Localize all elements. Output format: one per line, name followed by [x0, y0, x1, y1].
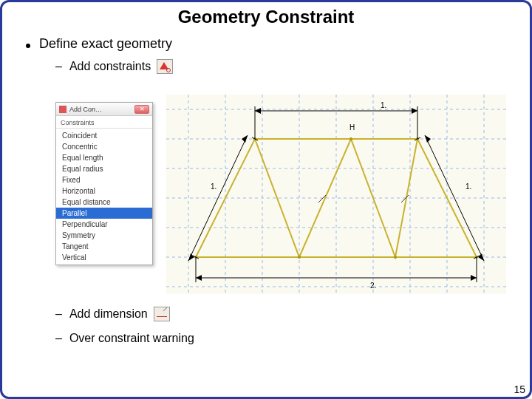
svg-marker-36 — [188, 253, 194, 261]
svg-point-20 — [394, 256, 397, 259]
constraint-item[interactable]: Equal distance — [56, 197, 152, 208]
svg-point-19 — [349, 137, 352, 140]
svg-marker-34 — [471, 275, 477, 281]
constraint-item[interactable]: Coincident — [56, 130, 152, 141]
dialog-titlebar: Add Con… ✕ — [56, 103, 152, 116]
svg-marker-42 — [478, 253, 484, 261]
dash-icon: – — [55, 307, 62, 321]
svg-marker-28 — [255, 108, 261, 114]
content-area: Define exact geometry – Add constraints — [2, 27, 530, 74]
add-constraint-icon[interactable] — [157, 59, 173, 74]
svg-marker-41 — [425, 135, 431, 143]
parallel-marks — [318, 195, 409, 202]
bullet-level2-constraints: – Add constraints — [55, 59, 516, 74]
constraint-item[interactable]: Equal length — [56, 152, 152, 163]
constraint-item[interactable]: Equal radius — [56, 163, 152, 174]
bullet-main-text: Define exact geometry — [39, 36, 172, 52]
dim-left-value: 1. — [211, 183, 216, 191]
constraint-item[interactable]: Symmetry — [56, 230, 152, 241]
bullet-level2-dimension: – Add dimension — [55, 307, 516, 321]
svg-line-24 — [401, 195, 409, 202]
constraint-item[interactable]: Fixed — [56, 174, 152, 185]
slide: Geometry Constraint Define exact geometr… — [0, 0, 532, 399]
bullet-sub3-text: Over constraint warning — [69, 332, 194, 345]
constraint-item[interactable]: Concentric — [56, 141, 152, 152]
constraint-item[interactable]: Horizontal — [56, 185, 152, 197]
svg-marker-29 — [412, 108, 417, 114]
svg-marker-33 — [196, 275, 202, 281]
svg-marker-37 — [242, 135, 248, 143]
bullet-sub1-text: Add constraints — [69, 60, 151, 73]
sketch-svg: 1. H 2. — [166, 95, 506, 294]
bullet-dot-icon — [26, 44, 30, 48]
slide-title: Geometry Constraint — [2, 7, 530, 27]
dash-icon: – — [55, 60, 62, 73]
constraint-list: CoincidentConcentricEqual lengthEqual ra… — [56, 128, 152, 265]
constraints-dialog: Add Con… ✕ Constraints CoincidentConcent… — [55, 102, 153, 265]
constraint-item[interactable]: Tangent — [56, 241, 152, 252]
bullet-sub2-text: Add dimension — [69, 307, 148, 321]
bullet-level2-warning: – Over constraint warning — [55, 332, 516, 345]
grid — [166, 95, 506, 294]
dialog-title: Add Con… — [69, 106, 134, 113]
constraint-item[interactable]: Perpendicular — [56, 219, 152, 230]
sketch-canvas: 1. H 2. — [166, 95, 506, 294]
dialog-section-label: Constraints — [56, 116, 152, 128]
dialog-close-button[interactable]: ✕ — [134, 105, 149, 114]
dialog-app-icon — [59, 106, 66, 113]
dash-icon: – — [55, 332, 62, 345]
svg-point-18 — [298, 256, 301, 259]
bullet-level1: Define exact geometry — [16, 36, 516, 52]
constraint-item[interactable]: Parallel — [56, 208, 152, 219]
dim-right-value: 1. — [466, 183, 471, 191]
page-number: 15 — [514, 383, 525, 395]
constraint-item[interactable]: Vertical — [56, 252, 152, 263]
figure-area: Add Con… ✕ Constraints CoincidentConcent… — [55, 95, 506, 294]
horizontal-constraint-label: H — [349, 123, 355, 132]
lower-bullets: – Add dimension – Over constraint warnin… — [16, 299, 516, 345]
dim-bottom-value: 2. — [370, 282, 376, 290]
add-dimension-icon[interactable] — [154, 307, 170, 321]
dim-top-value: 1. — [381, 101, 386, 109]
